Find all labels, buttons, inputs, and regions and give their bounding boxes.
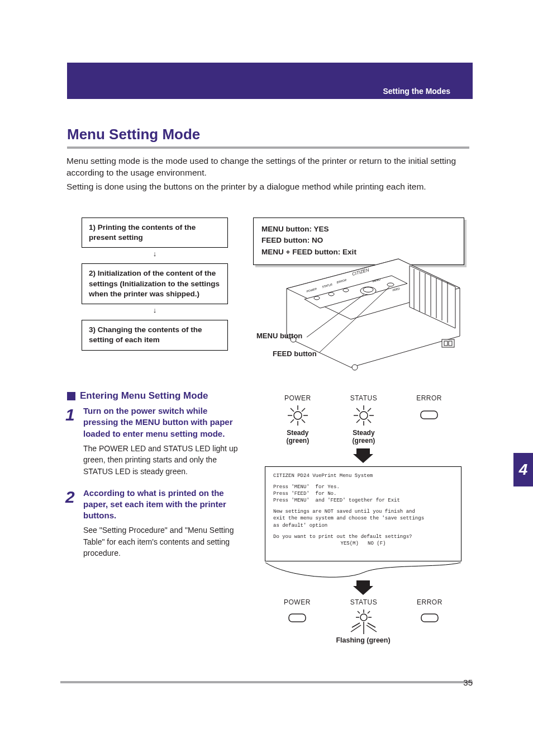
printout-illustration: CITIZEN PD24 VuePrint Menu System Press … [265,466,461,561]
flow-arrow-1: ↓ [82,248,228,263]
svg-point-3 [314,296,320,300]
page-number: 35 [463,678,473,687]
step-1-bold: Turn on the power switch while pressing … [83,405,239,440]
instr-line-2: FEED button: NO [261,235,456,246]
printout-line: as default' option [273,522,453,529]
svg-line-41 [356,419,360,423]
svg-point-24 [294,412,302,419]
chapter-tab: 4 [513,453,533,486]
led-off-icon [416,404,442,427]
svg-rect-18 [444,341,448,346]
svg-rect-17 [442,339,454,347]
led-off-icon [284,608,310,627]
footer-rule [60,681,473,683]
svg-line-31 [302,408,305,412]
printout-line: Do you want to print out the default set… [273,533,453,540]
title-row: Menu Setting Mode [67,126,469,149]
printout-line: CITIZEN PD24 VuePrint Menu System [273,472,453,479]
instr-line-3: MENU + FEED button: Exit [261,247,456,258]
led-status-state-1: Steady (green) [350,429,378,445]
printout-line: Press 'FEED' for No. [273,490,453,497]
intro-text: Menu setting mode is the mode used to ch… [66,155,469,195]
arrow-down-icon [353,586,373,595]
printout-line: exit the menu system and choose the 'sav… [273,515,453,522]
flashing-green-label: Flashing (green) [265,636,461,644]
header-section-label: Setting the Modes [383,87,450,96]
svg-line-49 [368,611,370,613]
flow-box-2: 2) Initialization of the content of the … [82,263,228,304]
instr-line-1: MENU button: YES [261,224,456,235]
led-off-icon [417,608,442,627]
step-2-bold: According to what is printed on the pape… [83,488,239,522]
printer-diagram: MENU button: YES FEED button: NO MENU + … [253,218,465,364]
svg-line-40 [368,408,371,412]
printout-line: YES(M) NO (F) [273,540,453,547]
svg-point-5 [343,289,349,292]
printout-line: New settings are NOT saved until you fin… [273,508,453,515]
menu-button-label: MENU button [256,332,302,340]
led-error-label-1: ERROR [416,394,442,402]
flow-arrow-2: ↓ [82,304,228,320]
printout-line: Press 'MENU' and 'FEED' together for Exi… [273,497,453,504]
svg-point-7 [363,287,373,292]
step-number-1: 1 [65,405,79,478]
step-number-2: 2 [65,488,79,560]
led-status-label-2: STATUS [349,598,379,606]
intro-p1: Menu setting mode is the mode used to ch… [66,155,469,179]
subtitle-bullet-icon [67,392,75,400]
flow-diagram: 1) Printing the contents of the present … [82,218,228,351]
led-sequence-diagram: POWER Steady (green) STATUS [265,394,461,644]
led-status-label-1: STATUS [350,394,378,402]
step-1-desc: The POWER LED and STATUS LED light up gr… [83,444,237,476]
arrow-down-icon [356,448,370,454]
blinking-sun-icon [349,608,379,636]
printout-line: Press 'MENU' for Yes. [273,484,453,490]
svg-line-38 [356,408,360,412]
led-power-label-1: POWER [284,394,311,402]
led-error-label-2: ERROR [417,598,442,606]
svg-rect-19 [449,341,452,346]
step-2: 2 According to what is printed on the pa… [65,488,239,560]
svg-line-48 [358,611,360,613]
svg-rect-51 [421,614,438,622]
sun-icon [285,404,311,427]
led-power-state-1: Steady (green) [284,429,311,445]
intro-p2: Setting is done using the buttons on the… [66,181,469,193]
svg-rect-43 [289,614,306,622]
led-power-label-2: POWER [284,598,311,606]
steps-list: 1 Turn on the power switch while pressin… [65,405,239,569]
svg-point-21 [352,365,358,370]
svg-point-33 [360,412,368,419]
subtitle-row: Entering Menu Setting Mode [67,390,208,401]
svg-point-44 [360,614,367,621]
subtitle-text: Entering Menu Setting Mode [80,390,208,401]
feed-button-label: FEED button [273,349,317,358]
arrow-down-icon [356,580,370,586]
svg-line-29 [291,408,294,412]
svg-rect-42 [421,411,437,419]
svg-line-32 [291,419,294,423]
step-1: 1 Turn on the power switch while pressin… [65,405,239,478]
svg-line-39 [368,419,371,423]
sun-icon [351,404,377,427]
flow-box-1: 1) Printing the contents of the present … [82,218,228,248]
paper-curl-icon [265,563,461,583]
flow-box-3: 3) Changing the contents of the setting … [82,320,228,350]
arrow-down-icon [353,454,373,463]
svg-point-4 [329,292,334,296]
svg-point-8 [387,283,394,286]
page-title: Menu Setting Mode [67,126,200,147]
step-2-desc: See "Setting Procedure" and "Menu Settin… [83,526,234,557]
svg-line-30 [302,419,305,423]
